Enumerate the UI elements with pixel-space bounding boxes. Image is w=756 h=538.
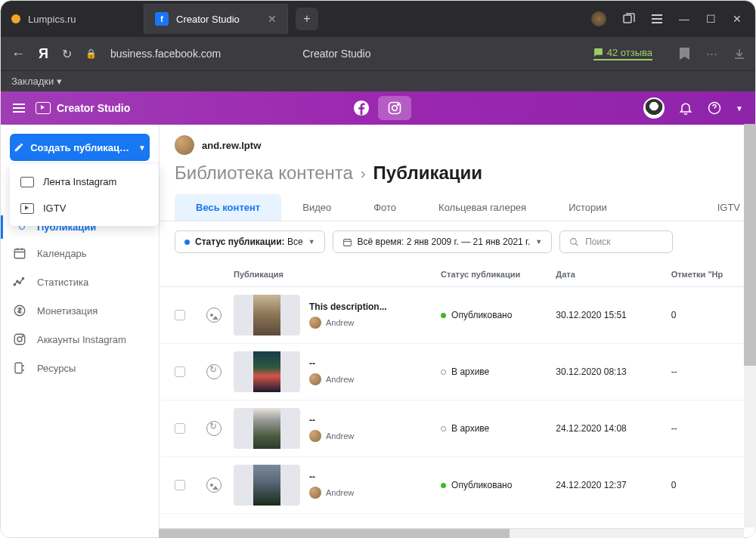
sidebar-item-stats[interactable]: Статистика (1, 267, 159, 296)
chevron-right-icon: › (361, 165, 366, 182)
profile-avatar[interactable] (591, 11, 606, 26)
col-status[interactable]: Статус публикации (441, 270, 556, 279)
collections-icon[interactable] (623, 13, 635, 25)
status-filter[interactable]: Статус публикации: Все ▼ (175, 230, 325, 253)
instagram-icon (13, 332, 26, 346)
back-button[interactable]: ← (11, 46, 25, 62)
image-icon (206, 308, 222, 323)
thumbnail (234, 465, 300, 506)
facebook-icon: f (155, 12, 169, 26)
table-row[interactable]: -- Andrew В архиве 30.12.2020 08:13 -- (160, 344, 755, 400)
post-date: 24.12.2020 12:37 (556, 480, 671, 490)
tab-title: Creator Studio (176, 14, 240, 25)
chevron-down-icon: ▼ (535, 238, 542, 246)
user-avatar[interactable] (643, 97, 665, 119)
new-tab-button[interactable]: + (296, 8, 318, 30)
horizontal-scrollbar[interactable] (159, 528, 744, 538)
tab-video[interactable]: Видео (281, 194, 352, 221)
bookmark-icon[interactable] (680, 48, 689, 60)
sidebar-item-accounts[interactable]: Аккаунты Instagram (1, 325, 159, 354)
author-avatar (309, 373, 321, 385)
svg-rect-19 (343, 239, 351, 246)
hamburger-menu[interactable] (13, 104, 25, 113)
thumbnail (234, 295, 300, 335)
help-icon[interactable] (707, 100, 722, 116)
col-likes[interactable]: Отметки "Нр (671, 270, 740, 279)
thumbnail (234, 351, 300, 392)
tab-creator-studio[interactable]: f Creator Studio ✕ (144, 4, 288, 34)
table-row[interactable]: -- Andrew Опубликовано 24.12.2020 12:37 … (160, 457, 755, 514)
post-likes: -- (671, 366, 740, 377)
tab-photo[interactable]: Фото (352, 194, 417, 221)
content-area: and.rew.lptw Библиотека контента › Публи… (160, 125, 755, 528)
tab-title: Lumpics.ru (28, 14, 76, 25)
breadcrumb-library[interactable]: Библиотека контента (175, 162, 353, 184)
checkbox[interactable] (175, 423, 185, 434)
status-badge: Опубликовано (441, 310, 556, 320)
tab-carousel[interactable]: Кольцевая галерея (417, 194, 547, 221)
resources-icon (13, 361, 26, 375)
account-selector[interactable]: and.rew.lptw (160, 125, 755, 162)
date-filter[interactable]: Всё время: 2 янв 2009 г. — 21 янв 2021 г… (333, 230, 553, 253)
minimize-button[interactable]: — (679, 13, 689, 25)
table-row[interactable]: -- Andrew В архиве 24.12.2020 14:08 -- (160, 400, 755, 457)
reviews-link[interactable]: 42 отзыва (593, 47, 652, 60)
bookmarks-bar[interactable]: Закладки ▾ (1, 70, 755, 91)
tab-igtv[interactable]: IGTV (696, 194, 740, 221)
sidebar-item-resources[interactable]: Ресурсы (1, 354, 159, 382)
dropdown-item-feed[interactable]: Лента Instagram (10, 169, 159, 195)
instagram-tab[interactable] (378, 96, 411, 120)
image-icon (206, 478, 222, 493)
reload-button[interactable]: ↻ (62, 47, 72, 61)
account-avatar (175, 135, 194, 155)
tab-all-content[interactable]: Весь контент (175, 194, 281, 221)
post-description: -- (309, 415, 354, 425)
checkbox[interactable] (175, 366, 185, 377)
lock-icon[interactable]: 🔒 (85, 48, 97, 59)
checkbox[interactable] (175, 480, 185, 490)
author-avatar (309, 317, 321, 329)
svg-point-16 (17, 337, 22, 342)
content-tabs: Весь контент Видео Фото Кольцевая галере… (160, 194, 755, 221)
col-publication[interactable]: Публикация (234, 270, 441, 279)
post-likes: -- (671, 423, 740, 434)
close-button[interactable]: ✕ (733, 13, 742, 25)
tab-lumpics[interactable]: Lumpics.ru (1, 4, 144, 34)
search-input[interactable]: Поиск (559, 230, 673, 253)
col-date[interactable]: Дата (556, 270, 671, 279)
sidebar-item-monetization[interactable]: Монетизация (1, 296, 159, 325)
post-likes: 0 (671, 480, 740, 490)
post-description: -- (309, 358, 354, 369)
status-dot-icon (441, 369, 446, 375)
svg-point-6 (392, 106, 398, 111)
vertical-scrollbar[interactable] (744, 124, 756, 527)
svg-rect-9 (14, 249, 25, 258)
bell-icon[interactable] (678, 100, 693, 116)
post-likes: 0 (671, 310, 740, 320)
url-bar: ← Я ↻ 🔒 business.facebook.com Creator St… (1, 37, 755, 70)
tab-stories[interactable]: Истории (547, 194, 628, 221)
post-date: 24.12.2020 14:08 (556, 423, 671, 434)
download-icon[interactable] (734, 48, 745, 59)
checkbox[interactable] (175, 310, 185, 320)
app-logo[interactable]: Creator Studio (36, 102, 130, 114)
maximize-button[interactable]: ☐ (706, 13, 716, 25)
facebook-tab[interactable] (345, 96, 378, 120)
chevron-down-icon[interactable]: ▼ (736, 104, 743, 113)
stats-icon (13, 275, 26, 289)
yandex-icon[interactable]: Я (39, 46, 48, 62)
url-text[interactable]: business.facebook.com (110, 48, 221, 60)
dropdown-item-igtv[interactable]: IGTV (10, 195, 159, 221)
create-publication-button[interactable]: Создать публикац… ▼ (10, 134, 150, 161)
sidebar-item-calendar[interactable]: Календарь (1, 239, 159, 267)
close-icon[interactable]: ✕ (268, 13, 277, 25)
more-icon[interactable]: ⋯ (706, 47, 717, 60)
page-title: Creator Studio (302, 48, 370, 60)
browser-tabs-bar: Lumpics.ru f Creator Studio ✕ + — ☐ ✕ (1, 1, 755, 37)
status-dot-icon (441, 313, 446, 318)
monetization-icon (13, 304, 26, 317)
post-author: Andrew (309, 430, 354, 442)
app-header: Creator Studio ▼ (1, 91, 755, 125)
menu-icon[interactable] (652, 14, 662, 24)
table-row[interactable]: This description... Andrew Опубликовано … (160, 287, 755, 344)
